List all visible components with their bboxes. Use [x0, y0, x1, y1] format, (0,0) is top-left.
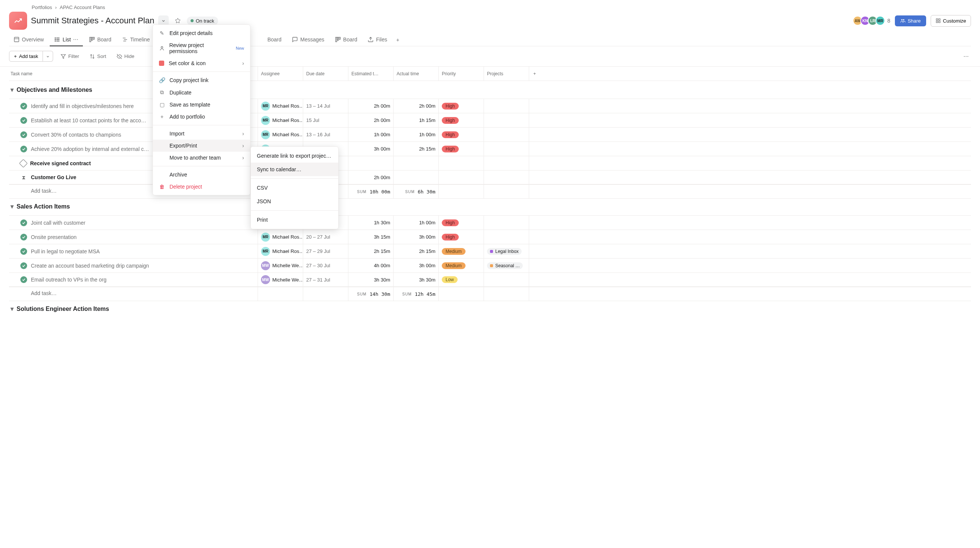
list-options-icon[interactable]: ⋯	[73, 37, 78, 43]
actual-cell[interactable]: 2h 15m	[393, 244, 438, 258]
submenu-sync-calendar[interactable]: Sync to calendar…	[251, 163, 338, 176]
priority-cell[interactable]: High	[438, 230, 484, 244]
project-pill[interactable]: Legal Inbox	[487, 248, 522, 255]
assignee-cell[interactable]: MRMichael Ros…	[258, 128, 303, 141]
assignee-cell[interactable]: MRMichael Ros…	[258, 99, 303, 113]
projects-cell[interactable]	[484, 142, 529, 156]
add-task-button[interactable]: + Add task	[9, 51, 43, 62]
projects-cell[interactable]	[484, 113, 529, 127]
priority-cell[interactable]	[438, 156, 484, 170]
date-cell[interactable]: 13 – 16 Jul	[303, 128, 348, 141]
task-name[interactable]: Identify and fill in objectives/mileston…	[31, 103, 134, 109]
tab-overview[interactable]: Overview	[9, 33, 48, 46]
menu-permissions[interactable]: Review project permissions New	[153, 39, 250, 57]
projects-cell[interactable]	[484, 128, 529, 141]
actual-cell[interactable]: 3h 30m	[393, 273, 438, 286]
date-cell[interactable]: 27 – 31 Jul	[303, 273, 348, 286]
task-row[interactable]: Create an account based marketing drip c…	[9, 258, 971, 273]
milestone-icon[interactable]	[19, 159, 28, 167]
actual-cell[interactable]: 3h 00m	[393, 230, 438, 244]
menu-edit-details[interactable]: ✎ Edit project details	[153, 27, 250, 39]
tab-timeline[interactable]: Timeline	[118, 33, 154, 46]
est-cell[interactable]: 2h 00m	[348, 113, 393, 127]
date-cell[interactable]: 27 – 30 Jul	[303, 259, 348, 273]
submenu-json[interactable]: JSON	[251, 195, 338, 208]
projects-cell[interactable]	[484, 230, 529, 244]
assignee-cell[interactable]: MWMichelle We…	[258, 259, 303, 273]
task-name[interactable]: Create an account based marketing drip c…	[31, 263, 149, 269]
projects-cell[interactable]	[484, 99, 529, 113]
priority-pill[interactable]: Low	[442, 276, 458, 283]
est-cell[interactable]: 2h 00m	[348, 99, 393, 113]
projects-cell[interactable]	[484, 156, 529, 170]
menu-copy-link[interactable]: 🔗 Copy project link	[153, 74, 250, 86]
col-date-header[interactable]: Due date	[303, 67, 348, 81]
submenu-generate-link[interactable]: Generate link to export project…	[251, 149, 338, 163]
task-name[interactable]: Pull in legal to negotiate MSA	[31, 248, 100, 254]
check-icon[interactable]	[20, 219, 27, 226]
task-name[interactable]: Email outreach to VPs in the org	[31, 276, 107, 283]
task-name[interactable]: Convert 30% of contacts to champions	[31, 132, 121, 138]
priority-cell[interactable]: Low	[438, 273, 484, 286]
breadcrumb-parent[interactable]: APAC Account Plans	[60, 5, 105, 10]
col-projects-header[interactable]: Projects	[484, 67, 529, 81]
projects-cell[interactable]: Legal Inbox	[484, 244, 529, 258]
priority-cell[interactable]: High	[438, 99, 484, 113]
task-row[interactable]: Onsite presentationMRMichael Ros…20 – 27…	[9, 230, 971, 244]
task-row[interactable]: Pull in legal to negotiate MSAMRMichael …	[9, 244, 971, 258]
section-solutions[interactable]: ▾ Solutions Engineer Action Items	[9, 300, 971, 318]
est-cell[interactable]: 3h 15m	[348, 230, 393, 244]
priority-cell[interactable]: Medium	[438, 259, 484, 273]
priority-cell[interactable]: High	[438, 113, 484, 127]
hide-button[interactable]: Hide	[114, 51, 137, 61]
date-cell[interactable]: 15 Jul	[303, 113, 348, 127]
tab-board-2[interactable]: Board	[255, 33, 286, 46]
tab-board[interactable]: Board	[84, 33, 116, 46]
priority-pill[interactable]: High	[442, 219, 459, 226]
priority-cell[interactable]: High	[438, 128, 484, 141]
assignee-cell[interactable]: MRMichael Ros…	[258, 113, 303, 127]
actual-cell[interactable]: 2h 00m	[393, 99, 438, 113]
priority-pill[interactable]: High	[442, 117, 459, 124]
task-name[interactable]: Customer Go Live	[31, 174, 76, 180]
section-sales[interactable]: ▾ Sales Action Items	[9, 198, 971, 215]
submenu-print[interactable]: Print	[251, 213, 338, 227]
actual-cell[interactable]: 1h 15m	[393, 113, 438, 127]
col-assignee-header[interactable]: Assignee	[258, 67, 303, 81]
col-priority-header[interactable]: Priority	[438, 67, 484, 81]
actual-cell[interactable]: 1h 00m	[393, 216, 438, 230]
priority-cell[interactable]: High	[438, 142, 484, 156]
check-icon[interactable]	[20, 276, 27, 283]
tab-board-3[interactable]: Board	[330, 33, 361, 46]
projects-cell[interactable]: Seasonal …	[484, 259, 529, 273]
check-icon[interactable]	[20, 117, 27, 124]
menu-archive[interactable]: Archive	[153, 168, 250, 181]
col-actual-header[interactable]: Actual time	[393, 67, 438, 81]
est-cell[interactable]: 2h 15m	[348, 244, 393, 258]
est-cell[interactable]: 1h 30m	[348, 216, 393, 230]
actual-cell[interactable]: 1h 00m	[393, 128, 438, 141]
actual-cell[interactable]	[393, 170, 438, 184]
est-cell[interactable]: 2h 00m	[348, 170, 393, 184]
priority-pill[interactable]: High	[442, 131, 459, 138]
task-name[interactable]: Establish at least 10 contact points for…	[31, 118, 146, 124]
tab-files[interactable]: Files	[363, 33, 392, 46]
project-pill[interactable]: Seasonal …	[487, 262, 523, 269]
priority-pill[interactable]: High	[442, 103, 459, 110]
sort-button[interactable]: Sort	[87, 51, 109, 61]
toolbar-more-icon[interactable]: ⋯	[961, 51, 971, 62]
menu-import[interactable]: Import ›	[153, 128, 250, 140]
priority-pill[interactable]: Medium	[442, 262, 466, 269]
priority-pill[interactable]: Medium	[442, 248, 466, 255]
date-cell[interactable]: 20 – 27 Jul	[303, 230, 348, 244]
actual-cell[interactable]	[393, 156, 438, 170]
menu-export[interactable]: Export/Print ›	[153, 140, 250, 152]
check-icon[interactable]	[20, 234, 27, 240]
task-row[interactable]: Joint call with customer1h 30m1h 00mHigh	[9, 215, 971, 230]
customize-button[interactable]: Customize	[931, 15, 971, 27]
submenu-csv[interactable]: CSV	[251, 181, 338, 195]
filter-button[interactable]: Filter	[57, 51, 82, 61]
breadcrumb-portfolios[interactable]: Portfolios	[32, 5, 52, 10]
assignee-cell[interactable]: MRMichael Ros…	[258, 230, 303, 244]
project-title[interactable]: Summit Strategies - Account Plan	[31, 16, 154, 25]
